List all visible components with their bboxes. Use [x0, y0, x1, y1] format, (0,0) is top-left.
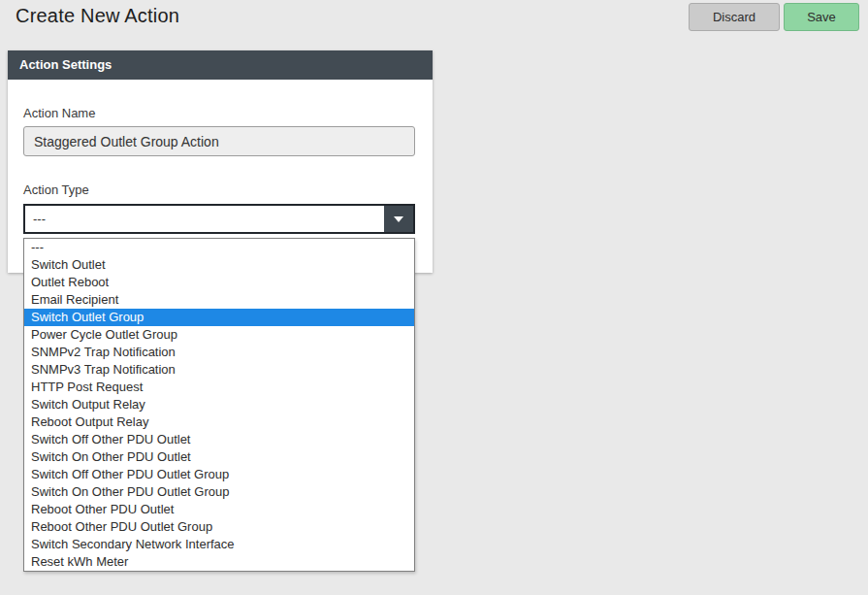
action-type-selected-value: --- — [33, 206, 46, 232]
action-type-select[interactable]: --- — [23, 204, 415, 234]
action-name-label: Action Name — [23, 106, 95, 120]
action-type-option[interactable]: Reboot Output Relay — [24, 413, 414, 431]
action-type-option[interactable]: Reboot Other PDU Outlet Group — [24, 518, 414, 536]
action-type-option[interactable]: Switch Off Other PDU Outlet — [24, 431, 414, 448]
action-type-option[interactable]: Reboot Other PDU Outlet — [24, 501, 414, 518]
action-type-option[interactable]: Switch On Other PDU Outlet — [24, 448, 414, 466]
action-type-label: Action Type — [23, 182, 89, 197]
caret-down-icon — [394, 216, 403, 222]
action-type-option[interactable]: Email Recipient — [24, 291, 414, 309]
header-buttons: Discard Save — [689, 3, 859, 31]
action-type-listbox: ---Switch OutletOutlet RebootEmail Recip… — [23, 238, 415, 572]
action-type-caret-button[interactable] — [384, 206, 413, 232]
action-type-option[interactable]: Power Cycle Outlet Group — [24, 326, 414, 344]
save-button[interactable]: Save — [784, 3, 859, 31]
action-name-input[interactable] — [23, 126, 415, 156]
action-type-option[interactable]: Switch Secondary Network Interface — [24, 536, 414, 553]
action-type-option[interactable]: Reset kWh Meter — [24, 553, 414, 571]
action-type-option-highlighted[interactable]: Switch Outlet Group — [24, 309, 414, 326]
action-type-option[interactable]: Switch On Other PDU Outlet Group — [24, 483, 414, 501]
action-type-option[interactable]: Switch Output Relay — [24, 396, 414, 413]
discard-button[interactable]: Discard — [689, 3, 780, 31]
panel-title: Action Settings — [8, 50, 433, 80]
action-type-option[interactable]: HTTP Post Request — [24, 379, 414, 396]
action-type-option[interactable]: Outlet Reboot — [24, 274, 414, 291]
action-type-option[interactable]: SNMPv3 Trap Notification — [24, 361, 414, 379]
action-type-option[interactable]: SNMPv2 Trap Notification — [24, 344, 414, 361]
page-title: Create New Action — [16, 5, 179, 27]
action-type-option[interactable]: Switch Outlet — [24, 256, 414, 274]
action-type-option[interactable]: Switch Off Other PDU Outlet Group — [24, 466, 414, 483]
action-type-option[interactable]: --- — [24, 239, 414, 256]
